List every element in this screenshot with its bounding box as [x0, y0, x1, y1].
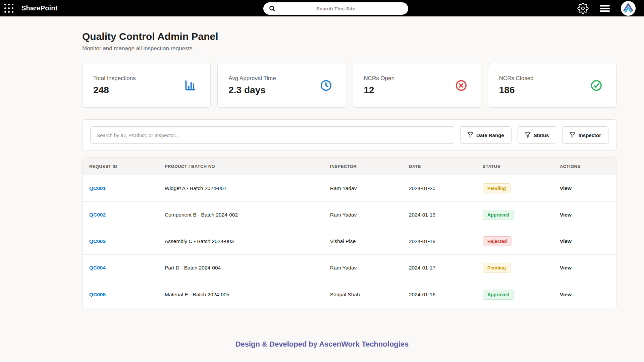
column-header-product: PRODUCT / BATCH NO — [165, 164, 330, 169]
footer-credit-text: Design & Developed by AscenWork Technolo… — [235, 340, 409, 348]
page-title: Quality Control Admin Panel — [82, 31, 616, 42]
stat-value: 186 — [499, 85, 534, 96]
request-id-link[interactable]: QC001 — [89, 185, 165, 191]
inspector-cell: Shripal Shah — [330, 292, 409, 298]
view-button[interactable]: View — [560, 292, 616, 298]
stat-label: NCRs Closed — [499, 75, 534, 82]
date-cell: 2024-01-19 — [409, 212, 483, 218]
table-row: QC002Component B - Batch 2024-002Ram Yad… — [83, 202, 616, 228]
request-id-link[interactable]: QC005 — [89, 292, 165, 298]
footer: Design & Developed by AscenWork Technolo… — [0, 340, 644, 349]
status-cell: Pending — [483, 263, 560, 273]
stat-card-ncrs-closed: NCRs Closed 186 — [488, 63, 616, 108]
date-cell: 2024-01-18 — [409, 238, 483, 244]
stat-card-total-inspections: Total Inspections 248 — [82, 63, 211, 108]
funnel-icon — [468, 132, 473, 138]
view-button[interactable]: View — [560, 185, 616, 191]
table-body: QC001Widget A - Batch 2024-001Ram Yadav2… — [83, 175, 616, 308]
date-cell: 2024-01-16 — [409, 292, 483, 298]
table-row: QC003Assembly C - Batch 2024-003Vishal P… — [83, 228, 616, 255]
product-cell: Widget A - Batch 2024-001 — [165, 185, 330, 191]
inspector-cell: Ram Yadav — [330, 265, 409, 271]
stat-label: Total Inspections — [93, 75, 136, 82]
status-badge: Pending — [483, 183, 511, 193]
status-filter-button[interactable]: Status — [518, 126, 556, 144]
main-content: Quality Control Admin Panel Monitor and … — [82, 31, 616, 308]
status-cell: Rejected — [483, 236, 560, 246]
stat-label: Avg Approval Time — [228, 75, 276, 82]
page-subtitle: Monitor and manage all inspection reques… — [82, 45, 616, 52]
table-row: QC004Part D - Batch 2024-004Ram Yadav202… — [83, 255, 616, 281]
view-button[interactable]: View — [560, 238, 616, 244]
brand-title: SharePoint — [21, 4, 58, 12]
app-launcher-icon[interactable] — [0, 0, 17, 16]
view-button[interactable]: View — [560, 212, 616, 218]
hamburger-menu-icon[interactable] — [600, 4, 610, 12]
date-cell: 2024-01-20 — [409, 185, 483, 191]
stat-value: 248 — [93, 85, 136, 96]
stat-cards: Total Inspections 248 Avg Approval Time … — [82, 63, 616, 108]
status-cell: Approved — [483, 290, 560, 300]
inspector-cell: Ram Yadav — [330, 185, 409, 191]
site-search-box[interactable] — [263, 2, 408, 15]
date-range-filter-button[interactable]: Date Range — [460, 126, 512, 144]
inspector-cell: Vishal Pise — [330, 238, 409, 244]
site-search-input[interactable] — [263, 5, 408, 12]
column-header-request-id: REQUEST ID — [89, 164, 165, 169]
view-button[interactable]: View — [560, 265, 616, 271]
column-header-status: STATUS — [483, 164, 560, 169]
status-badge: Pending — [483, 263, 511, 273]
product-cell: Component B - Batch 2024-002 — [165, 212, 330, 218]
table-row: QC001Widget A - Batch 2024-001Ram Yadav2… — [83, 175, 616, 202]
filter-button-label: Inspector — [578, 132, 601, 138]
status-cell: Pending — [483, 183, 560, 193]
table-search-input[interactable] — [90, 126, 454, 144]
settings-gear-icon[interactable] — [577, 3, 589, 14]
ascenwork-logo-icon — [621, 1, 636, 16]
stat-label: NCRs Open — [364, 75, 395, 82]
inspector-filter-button[interactable]: Inspector — [562, 126, 608, 144]
bar-chart-icon — [183, 79, 197, 92]
topbar: SharePoint — [0, 0, 644, 16]
filter-button-label: Status — [534, 132, 549, 138]
stat-value: 2.3 days — [228, 85, 276, 96]
request-id-link[interactable]: QC003 — [89, 238, 165, 244]
inspections-table: REQUEST ID PRODUCT / BATCH NO INSPECTOR … — [82, 158, 616, 308]
search-icon — [269, 5, 276, 12]
status-cell: Approved — [483, 210, 560, 220]
product-cell: Material E - Batch 2024-005 — [165, 292, 330, 298]
date-cell: 2024-01-17 — [409, 265, 483, 271]
stat-value: 12 — [364, 85, 395, 96]
column-header-inspector: INSPECTOR — [330, 164, 409, 169]
table-header-row: REQUEST ID PRODUCT / BATCH NO INSPECTOR … — [83, 158, 616, 175]
request-id-link[interactable]: QC004 — [89, 265, 165, 271]
column-header-date: DATE — [409, 164, 483, 169]
stat-card-ncrs-open: NCRs Open 12 — [353, 63, 481, 108]
status-badge: Approved — [483, 210, 514, 220]
filter-bar: Date Range Status Inspector — [82, 119, 616, 151]
circle-check-icon — [590, 79, 603, 92]
product-cell: Assembly C - Batch 2024-003 — [165, 238, 330, 244]
table-row: QC005Material E - Batch 2024-005Shripal … — [83, 281, 616, 308]
circle-x-icon — [455, 79, 468, 92]
status-badge: Approved — [483, 290, 514, 300]
product-cell: Part D - Batch 2024-004 — [165, 265, 330, 271]
request-id-link[interactable]: QC002 — [89, 212, 165, 218]
filter-button-label: Date Range — [476, 132, 504, 138]
funnel-icon — [525, 132, 531, 138]
status-badge: Rejected — [483, 236, 512, 246]
stat-card-avg-approval-time: Avg Approval Time 2.3 days — [217, 63, 346, 108]
account-avatar[interactable] — [621, 1, 636, 16]
inspector-cell: Ram Yadav — [330, 212, 409, 218]
column-header-actions: ACTIONS — [560, 164, 616, 169]
clock-icon — [320, 79, 332, 92]
funnel-icon — [570, 132, 575, 138]
